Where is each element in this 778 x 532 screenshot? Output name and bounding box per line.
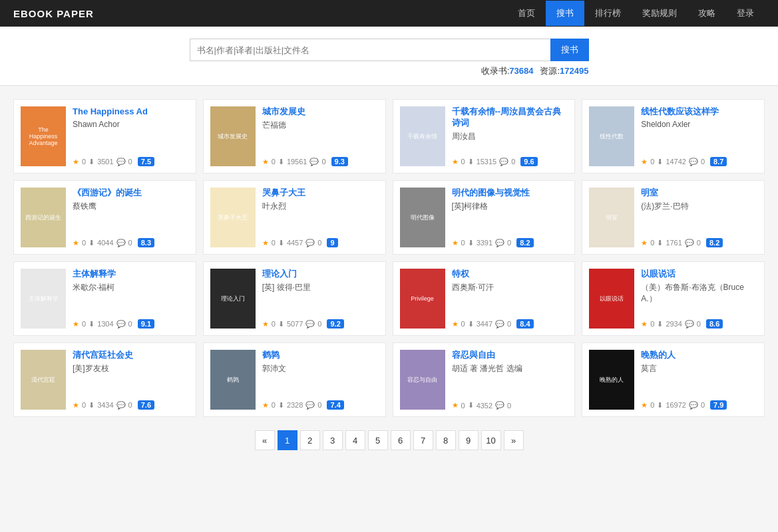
book-title[interactable]: 容忍與自由 [452, 350, 568, 361]
pagination-page-9[interactable]: 9 [459, 430, 479, 450]
book-score: 9 [327, 238, 337, 247]
pagination-next[interactable]: » [504, 430, 524, 450]
comment-count: 0 [128, 320, 132, 328]
book-title[interactable]: 鹤鹑 [262, 350, 379, 361]
comment-count: 0 [507, 239, 511, 247]
pagination-prev[interactable]: « [255, 430, 275, 450]
pagination-page-1[interactable]: 1 [278, 430, 297, 450]
pagination-page-6[interactable]: 6 [391, 430, 411, 450]
book-title[interactable]: 主体解释学 [73, 269, 189, 280]
nav-item-攻略[interactable]: 攻略 [687, 1, 726, 26]
comment-count: 0 [128, 401, 132, 409]
book-meta: ★ 0 ⬇ 14742 💬 0 8.7 [641, 157, 757, 166]
nav-item-奖励规则[interactable]: 奖励规则 [632, 1, 687, 26]
pagination-page-2[interactable]: 2 [300, 430, 320, 450]
book-info: 千载有余情--周汝昌赏会古典诗词周汝昌 ★ 0 ⬇ 15315 💬 0 9.6 [452, 106, 568, 166]
pagination-page-3[interactable]: 3 [323, 430, 343, 450]
comment-icon: 💬 [495, 320, 504, 329]
download-icon: ⬇ [278, 401, 284, 410]
nav-item-搜书[interactable]: 搜书 [546, 1, 584, 26]
download-icon: ⬇ [278, 320, 284, 329]
nav-item-排行榜[interactable]: 排行榜 [584, 1, 632, 26]
stars-count: 0 [272, 239, 276, 247]
comment-icon: 💬 [116, 158, 126, 166]
star-icon: ★ [262, 401, 269, 410]
book-meta: ★ 0 ⬇ 4457 💬 0 9 [262, 238, 379, 247]
book-author: 米歇尔·福柯 [73, 282, 189, 293]
download-count: 1304 [97, 320, 113, 328]
book-info: 特权西奥斯·可汗 ★ 0 ⬇ 3447 💬 0 8.4 [452, 269, 568, 329]
book-score: 8.3 [138, 238, 154, 247]
download-count: 4352 [477, 402, 492, 410]
download-icon: ⬇ [278, 239, 284, 247]
download-count: 3391 [477, 239, 492, 247]
book-title[interactable]: 清代宫廷社会史 [73, 350, 189, 361]
star-icon: ★ [641, 239, 648, 247]
comment-count: 0 [697, 320, 701, 328]
stats-resources-count: 172495 [560, 66, 588, 76]
download-count: 3447 [477, 320, 492, 328]
book-cover: 清代宫廷 [21, 350, 66, 410]
books-grid: The Happiness AdvantageThe Happiness AdS… [13, 99, 765, 417]
star-icon: ★ [262, 158, 269, 166]
comment-icon: 💬 [689, 401, 698, 410]
stats-books-label: 收录书:73684 [481, 65, 534, 77]
book-author: 郭沛文 [262, 363, 379, 374]
book-title[interactable]: 城市发展史 [262, 106, 379, 118]
logo: EBOOK PAPER [13, 8, 94, 19]
book-meta: ★ 0 ⬇ 3501 💬 0 7.5 [73, 157, 189, 166]
main-nav: 首页搜书排行榜奖励规则攻略登录 [507, 1, 765, 26]
book-title[interactable]: 以眼说话 [641, 269, 757, 280]
comment-count: 0 [321, 158, 325, 166]
comment-count: 0 [701, 401, 705, 409]
book-title[interactable]: 明代的图像与视觉性 [452, 188, 568, 199]
star-icon: ★ [452, 320, 459, 329]
book-card: 理论入门理论入门[英] 彼得·巴里 ★ 0 ⬇ 5077 💬 0 9.2 [203, 261, 386, 336]
search-input[interactable] [190, 39, 550, 61]
book-author: 叶永烈 [262, 201, 379, 212]
comment-count: 0 [701, 158, 705, 166]
comment-icon: 💬 [685, 239, 694, 247]
pagination-page-8[interactable]: 8 [436, 430, 456, 450]
download-count: 4044 [97, 239, 113, 247]
download-icon: ⬇ [468, 239, 474, 247]
book-info: 城市发展史芒福德 ★ 0 ⬇ 19561 💬 0 9.3 [262, 106, 379, 166]
book-title[interactable]: The Happiness Ad [73, 106, 189, 118]
book-card: 明代图像明代的图像与视觉性[英]柯律格 ★ 0 ⬇ 3391 💬 0 8.2 [393, 180, 576, 255]
book-author: [美]罗友枝 [73, 363, 189, 374]
pagination-page-10[interactable]: 10 [481, 430, 501, 450]
stars-count: 0 [461, 239, 465, 247]
book-title[interactable]: 明室 [641, 188, 757, 199]
pagination-page-5[interactable]: 5 [368, 430, 388, 450]
book-score: 9.1 [138, 319, 154, 329]
nav-item-首页[interactable]: 首页 [507, 1, 546, 26]
book-info: 清代宫廷社会史[美]罗友枝 ★ 0 ⬇ 3434 💬 0 7.6 [73, 350, 189, 410]
star-icon: ★ [641, 320, 648, 329]
book-title[interactable]: 千载有余情--周汝昌赏会古典诗词 [452, 106, 568, 129]
nav-item-登录[interactable]: 登录 [726, 1, 765, 26]
book-card: 城市发展史城市发展史芒福德 ★ 0 ⬇ 19561 💬 0 9.3 [203, 99, 386, 174]
book-title[interactable]: 线性代数应该这样学 [641, 106, 757, 118]
pagination-page-4[interactable]: 4 [345, 430, 365, 450]
book-info: 鹤鹑郭沛文 ★ 0 ⬇ 2328 💬 0 7.4 [262, 350, 379, 410]
stars-count: 0 [461, 320, 465, 328]
book-title[interactable]: 哭鼻子大王 [262, 188, 379, 199]
pagination-page-7[interactable]: 7 [413, 430, 433, 450]
book-title[interactable]: 特权 [452, 269, 568, 280]
book-author: (法)罗兰·巴特 [641, 201, 757, 212]
pagination: «12345678910» [13, 417, 765, 464]
download-icon: ⬇ [468, 158, 474, 166]
stars-count: 0 [461, 402, 465, 410]
book-score: 7.4 [327, 400, 343, 410]
comment-icon: 💬 [116, 401, 126, 410]
book-card: 容忍与自由容忍與自由胡适 著 潘光哲 选编 ★ 0 ⬇ 4352 💬 0 [393, 342, 576, 417]
book-cover: 晚熟的人 [589, 350, 634, 410]
book-score: 8.2 [516, 238, 533, 247]
search-button[interactable]: 搜书 [550, 39, 589, 61]
book-title[interactable]: 晚熟的人 [641, 350, 757, 361]
book-cover: 主体解释学 [21, 269, 66, 329]
book-title[interactable]: 理论入门 [262, 269, 379, 280]
book-title[interactable]: 《西游记》的诞生 [73, 188, 189, 199]
comment-icon: 💬 [689, 158, 698, 166]
book-card: 西游记的诞生《西游记》的诞生蔡铁鹰 ★ 0 ⬇ 4044 💬 0 8.3 [13, 180, 196, 255]
